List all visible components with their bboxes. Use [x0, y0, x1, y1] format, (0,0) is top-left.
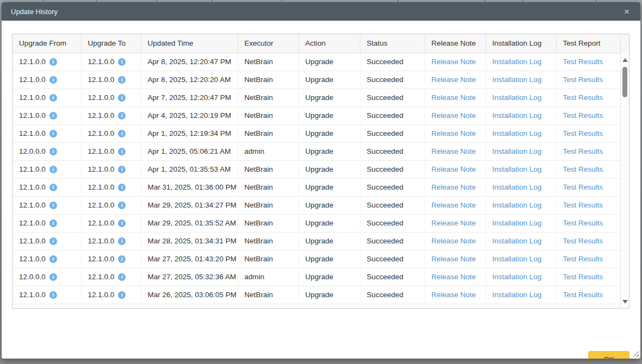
status-value: Succeeded: [360, 214, 425, 232]
column-header-action: Action: [298, 34, 360, 53]
test-results-link[interactable]: Test Results: [563, 93, 603, 102]
info-icon[interactable]: i: [49, 202, 57, 209]
info-icon[interactable]: i: [49, 166, 57, 173]
info-icon[interactable]: i: [118, 291, 126, 299]
release-note-link[interactable]: Release Note: [432, 147, 476, 155]
info-icon[interactable]: i: [118, 112, 126, 120]
info-icon[interactable]: i: [49, 273, 57, 281]
installation-log-link[interactable]: Installation Log: [493, 147, 542, 155]
ok-button[interactable]: OK: [588, 351, 629, 359]
info-icon[interactable]: i: [118, 76, 126, 84]
info-icon[interactable]: i: [118, 184, 126, 191]
info-icon[interactable]: i: [118, 219, 126, 227]
status-value: Succeeded: [360, 89, 425, 106]
table-body: 12.1.0.0 i 12.1.0.0 i Apr 8, 2025, 12:20…: [13, 53, 620, 304]
info-icon[interactable]: i: [118, 166, 126, 173]
scroll-up-icon[interactable]: [622, 58, 628, 62]
executor-value: NetBrain: [238, 160, 298, 178]
info-icon[interactable]: i: [118, 255, 126, 263]
info-icon[interactable]: i: [118, 148, 126, 155]
test-results-link[interactable]: Test Results: [563, 219, 603, 227]
upgrade-to-value: 12.1.0.0: [88, 183, 115, 191]
release-note-link[interactable]: Release Note: [432, 58, 476, 66]
installation-log-link[interactable]: Installation Log: [493, 165, 542, 173]
upgrade-to-value: 12.1.0.0: [88, 93, 115, 102]
info-icon[interactable]: i: [49, 219, 57, 227]
release-note-link[interactable]: Release Note: [432, 255, 476, 263]
test-results-link[interactable]: Test Results: [563, 237, 603, 245]
info-icon[interactable]: i: [49, 76, 57, 84]
info-icon[interactable]: i: [49, 184, 57, 191]
release-note-link[interactable]: Release Note: [432, 93, 476, 102]
action-value: Upgrade: [298, 53, 360, 71]
test-results-link[interactable]: Test Results: [563, 76, 603, 84]
release-note-link[interactable]: Release Note: [432, 165, 476, 173]
upgrade-from-value: 12.1.0.0: [19, 129, 46, 137]
installation-log-link[interactable]: Installation Log: [493, 291, 542, 299]
info-icon[interactable]: i: [49, 291, 57, 299]
test-results-link[interactable]: Test Results: [563, 165, 603, 173]
test-results-link[interactable]: Test Results: [563, 183, 603, 191]
info-icon[interactable]: i: [49, 148, 57, 155]
installation-log-link[interactable]: Installation Log: [493, 237, 542, 245]
test-results-link[interactable]: Test Results: [563, 201, 603, 209]
info-icon[interactable]: i: [49, 94, 57, 102]
installation-log-link[interactable]: Installation Log: [493, 183, 542, 191]
close-icon[interactable]: ×: [622, 7, 632, 16]
test-results-link[interactable]: Test Results: [563, 273, 603, 281]
updated-time-value: Mar 26, 2025, 03:06:05 PM: [141, 286, 238, 304]
release-note-link[interactable]: Release Note: [432, 201, 476, 209]
test-results-link[interactable]: Test Results: [563, 291, 603, 299]
history-table: Upgrade From Upgrade To Updated Time Exe…: [13, 34, 620, 304]
status-value: Succeeded: [360, 53, 425, 71]
scrollbar-thumb[interactable]: [622, 67, 627, 97]
info-icon[interactable]: i: [49, 255, 57, 263]
upgrade-to-value: 12.1.0.0: [88, 201, 115, 209]
installation-log-link[interactable]: Installation Log: [493, 93, 542, 102]
status-value: Succeeded: [360, 178, 425, 196]
action-value: Upgrade: [298, 268, 360, 286]
test-results-link[interactable]: Test Results: [563, 255, 603, 263]
table-row: 12.1.0.0 i 12.1.0.0 i Mar 29, 2025, 01:3…: [13, 214, 620, 232]
release-note-link[interactable]: Release Note: [432, 273, 476, 281]
installation-log-link[interactable]: Installation Log: [493, 255, 542, 263]
release-note-link[interactable]: Release Note: [432, 183, 476, 191]
updated-time-value: Apr 4, 2025, 12:20:19 PM: [141, 106, 238, 124]
info-icon[interactable]: i: [118, 130, 126, 137]
release-note-link[interactable]: Release Note: [432, 76, 476, 84]
test-results-link[interactable]: Test Results: [563, 129, 603, 137]
dialog-titlebar[interactable]: Update History ×: [2, 2, 640, 21]
release-note-link[interactable]: Release Note: [432, 291, 476, 299]
installation-log-link[interactable]: Installation Log: [493, 201, 542, 209]
installation-log-link[interactable]: Installation Log: [493, 219, 542, 227]
info-icon[interactable]: i: [118, 237, 126, 245]
info-icon[interactable]: i: [49, 130, 57, 137]
executor-value: NetBrain: [238, 178, 298, 196]
scroll-down-icon[interactable]: [622, 300, 628, 304]
release-note-link[interactable]: Release Note: [432, 219, 476, 227]
column-header-release-note: Release Note: [425, 34, 485, 53]
info-icon[interactable]: i: [118, 58, 126, 66]
info-icon[interactable]: i: [118, 202, 126, 209]
installation-log-link[interactable]: Installation Log: [493, 58, 542, 66]
info-icon[interactable]: i: [118, 273, 126, 281]
info-icon[interactable]: i: [49, 237, 57, 245]
table-row: 12.1.0.0 i 12.1.0.0 i Apr 7, 2025, 12:20…: [13, 89, 620, 106]
test-results-link[interactable]: Test Results: [563, 147, 603, 155]
column-header-upgrade-to: Upgrade To: [81, 34, 141, 53]
test-results-link[interactable]: Test Results: [563, 111, 603, 120]
release-note-link[interactable]: Release Note: [432, 129, 476, 137]
info-icon[interactable]: i: [49, 112, 57, 120]
info-icon[interactable]: i: [49, 58, 57, 66]
test-results-link[interactable]: Test Results: [563, 58, 603, 66]
installation-log-link[interactable]: Installation Log: [493, 273, 542, 281]
table-scrollbar[interactable]: [620, 34, 629, 308]
column-header-upgrade-from: Upgrade From: [13, 34, 81, 53]
release-note-link[interactable]: Release Note: [432, 111, 476, 120]
info-icon[interactable]: i: [118, 94, 126, 102]
installation-log-link[interactable]: Installation Log: [493, 76, 542, 84]
installation-log-link[interactable]: Installation Log: [493, 111, 542, 120]
installation-log-link[interactable]: Installation Log: [493, 129, 542, 137]
release-note-link[interactable]: Release Note: [432, 237, 476, 245]
resize-grip-icon[interactable]: [633, 351, 639, 357]
